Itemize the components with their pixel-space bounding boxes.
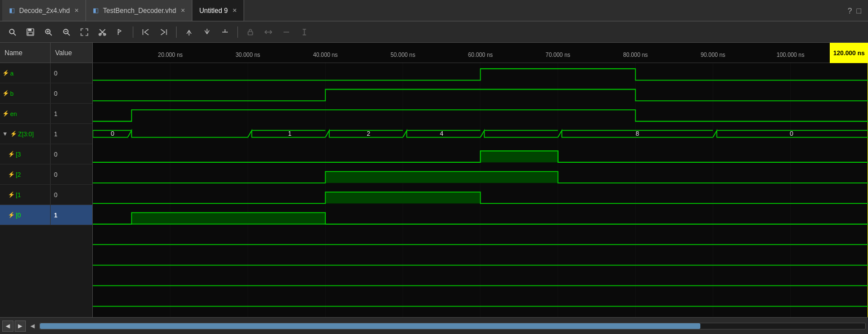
time-label-90: 90.000 ns	[700, 52, 725, 58]
time-label-40: 40.000 ns	[313, 52, 338, 58]
signal-z1-line	[93, 192, 868, 203]
signal-row-z[interactable]: ▼ ⚡ Z[3:0] 1	[0, 124, 92, 144]
signal-value-a: 0	[51, 70, 92, 77]
scroll-right-button[interactable]: ▶	[15, 320, 26, 332]
stretch-button[interactable]	[260, 25, 276, 39]
signal-z1-icon: ⚡	[8, 192, 15, 198]
svg-text:1: 1	[288, 130, 291, 137]
minus-marker-button[interactable]	[278, 25, 294, 39]
tab-decode-close[interactable]: ✕	[74, 7, 79, 14]
signal-name-z0: ⚡ [0	[0, 205, 51, 225]
signal-name-b: ⚡ b	[0, 83, 51, 103]
signal-header: Name Value	[0, 43, 92, 63]
name-column-header: Name	[0, 43, 51, 63]
signal-row-z3[interactable]: ⚡ [3 0	[0, 144, 92, 164]
signal-row-z1[interactable]: ⚡ [1 0	[0, 185, 92, 205]
signal-value-z: 1	[51, 131, 92, 137]
time-label-70: 70.000 ns	[546, 52, 570, 58]
svg-text:4: 4	[440, 130, 443, 137]
signal-z0-fill	[132, 213, 326, 224]
signal-row-a[interactable]: ⚡ a 0	[0, 63, 92, 83]
bottom-bar: ◀ ▶ ◀	[0, 317, 868, 334]
maximize-icon[interactable]: □	[857, 6, 861, 15]
tab-decode-icon: ◧	[9, 7, 15, 14]
signal-row-en[interactable]: ⚡ en 1	[0, 104, 92, 124]
svg-text:0: 0	[111, 130, 114, 137]
zoom-in-button[interactable]	[41, 25, 56, 39]
signal-z1-fill	[325, 192, 480, 203]
tab-decode-label: Decode_2x4.vhd	[19, 7, 70, 15]
zoom-out-button[interactable]	[59, 25, 74, 39]
signal-panel: Name Value ⚡ a 0 ⚡ b 0 ⚡ en 1	[0, 43, 93, 317]
signal-name-z: ▼ ⚡ Z[3:0]	[0, 124, 51, 144]
tab-untitled-close[interactable]: ✕	[232, 7, 237, 14]
tab-testbench-close[interactable]: ✕	[181, 7, 185, 14]
signal-z0-label: [0	[16, 212, 21, 219]
main-content: Name Value ⚡ a 0 ⚡ b 0 ⚡ en 1	[0, 43, 868, 317]
tab-decode[interactable]: ◧ Decode_2x4.vhd ✕	[2, 0, 86, 21]
signal-name-a: ⚡ a	[0, 63, 51, 83]
scroll-left-button[interactable]: ◀	[2, 320, 14, 332]
plus-marker-button[interactable]	[217, 25, 233, 39]
signal-value-en: 1	[51, 110, 92, 117]
lock-button[interactable]	[242, 25, 258, 39]
insert-up-button[interactable]	[181, 25, 197, 39]
signal-a-waveform	[93, 69, 868, 80]
svg-rect-3	[28, 29, 32, 31]
scrollbar-thumb[interactable]	[40, 323, 700, 329]
tab-untitled[interactable]: Untitled 9 ✕	[192, 0, 244, 21]
horizontal-scrollbar[interactable]	[39, 323, 866, 329]
scroll-arrows: ◀ ▶	[0, 320, 28, 332]
last-button[interactable]	[156, 25, 172, 39]
signal-value-z0: 1	[51, 212, 92, 219]
signal-z2-icon: ⚡	[8, 171, 15, 177]
search-button[interactable]	[5, 25, 20, 39]
signal-z3-icon: ⚡	[8, 151, 15, 157]
tab-testbench[interactable]: ◧ TestBench_Decoder.vhd ✕	[86, 0, 192, 21]
signal-value-z3: 0	[51, 151, 92, 158]
insert-down-button[interactable]	[199, 25, 215, 39]
scroll-indicator: ◀	[28, 323, 37, 329]
tab-untitled-label: Untitled 9	[199, 7, 228, 15]
signal-z1-label: [1	[16, 192, 21, 198]
tab-testbench-icon: ◧	[93, 7, 98, 14]
tab-bar: ◧ Decode_2x4.vhd ✕ ◧ TestBench_Decoder.v…	[0, 0, 868, 21]
bar-button[interactable]	[296, 25, 312, 39]
waveform-display[interactable]: 0 1 2 4 8 0	[93, 63, 868, 317]
bus-labels: 0 1 2 4 8 0	[111, 130, 793, 137]
help-icon[interactable]: ?	[848, 6, 852, 15]
value-column-header: Value	[51, 43, 92, 63]
tab-testbench-label: TestBench_Decoder.vhd	[103, 7, 176, 15]
signal-z-icon: ⚡	[10, 131, 17, 137]
time-label-30: 30.000 ns	[236, 52, 260, 58]
first-button[interactable]	[138, 25, 154, 39]
signal-z0-icon: ⚡	[8, 212, 15, 218]
signal-z3-line	[93, 151, 868, 162]
svg-line-1	[14, 33, 16, 35]
signal-z2-label: [2	[16, 171, 21, 178]
toolbar	[0, 21, 868, 43]
svg-text:8: 8	[636, 130, 639, 137]
time-label-60: 60.000 ns	[468, 52, 493, 58]
svg-rect-23	[248, 32, 253, 35]
signal-value-z2: 0	[51, 171, 92, 178]
expand-arrow-z[interactable]: ▼	[2, 131, 8, 137]
save-button[interactable]	[23, 25, 38, 39]
current-time-label: 120.000 ns	[830, 43, 868, 63]
waveform-area[interactable]: 120.000 ns 20.000 ns 30.000 ns 40.000 ns…	[93, 43, 868, 317]
toolbar-separator-2	[176, 26, 177, 38]
cut-button[interactable]	[95, 25, 110, 39]
toolbar-separator-1	[133, 26, 133, 38]
signal-row-b[interactable]: ⚡ b 0	[0, 83, 92, 104]
toolbar-separator-3	[237, 26, 238, 38]
svg-line-10	[68, 33, 70, 35]
signal-name-en: ⚡ en	[0, 104, 51, 123]
time-ruler: 120.000 ns 20.000 ns 30.000 ns 40.000 ns…	[93, 43, 868, 63]
signal-name-z2: ⚡ [2	[0, 164, 51, 184]
fit-button[interactable]	[77, 25, 92, 39]
signal-row-z0[interactable]: ⚡ [0 1	[0, 205, 92, 225]
marker-button[interactable]	[113, 25, 128, 39]
signal-name-z1: ⚡ [1	[0, 185, 51, 204]
time-label-80: 80.000 ns	[623, 52, 648, 58]
signal-row-z2[interactable]: ⚡ [2 0	[0, 164, 92, 185]
